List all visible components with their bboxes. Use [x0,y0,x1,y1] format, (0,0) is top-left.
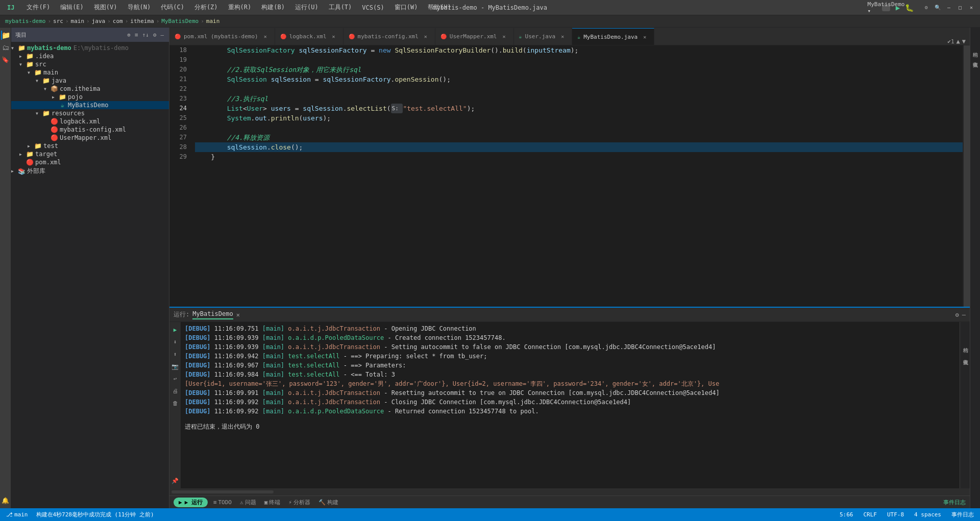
panel-pin-btn[interactable]: 📌 [170,476,180,485]
tab-user-java-close[interactable]: ✕ [558,33,567,41]
panel-print-btn[interactable]: 🖨 [170,386,180,395]
tree-item-logback[interactable]: ▶ 🔴 logback.xml [11,117,169,126]
structure-label[interactable]: 结构 [960,342,970,344]
close-button[interactable]: ✕ [968,4,975,11]
issues-btn[interactable]: ⚠ 问题 [237,498,259,507]
tab-mybatis-config[interactable]: 🔴 mybatis-config.xml ✕ [344,28,435,45]
tab-pom-close[interactable]: ✕ [261,33,270,41]
tree-item-target[interactable]: ▶ 📁 target [11,150,169,158]
menu-refactor[interactable]: 重构(R) [226,2,254,13]
editor-scrollbar[interactable] [963,45,970,307]
search-button[interactable]: 🔍 [934,4,941,11]
panel-settings-icon[interactable]: ⚙ [955,311,959,318]
sidebar-expand-icon[interactable]: ≡ [134,31,139,39]
menu-build[interactable]: 构建(B) [259,2,287,13]
panel-soft-wrap-btn[interactable]: ↩ [170,374,180,383]
profiler-btn[interactable]: ⚡ 分析器 [286,498,313,507]
project-icon[interactable]: 📁 [1,31,10,40]
bookmarks-icon[interactable]: 🔖 [1,55,10,64]
sidebar-collapse-icon[interactable]: ↑↓ [141,31,150,39]
minimize-button[interactable]: — [945,4,952,11]
tab-mybatisdemo-java[interactable]: ☕ MyBatisDemo.java ✕ [572,28,654,45]
breadcrumb-main[interactable]: main [71,18,85,24]
panel-scroll-end-btn[interactable]: ⬇ [170,337,180,346]
menu-code[interactable]: 代码(C) [159,2,186,13]
editor-chevron-down[interactable]: ▼ [962,38,966,45]
run-config-dropdown[interactable]: MyBatisDemo ▾ [882,4,890,11]
tree-item-external[interactable]: ▶ 📚 外部库 [11,166,169,176]
tree-item-root[interactable]: ▼ 📁 mybatis-demo E:\mybatis-demo [11,44,169,52]
menu-nav[interactable]: 导航(N) [126,2,153,13]
menu-tools[interactable]: 工具(T) [327,2,354,13]
sidebar-locate-icon[interactable]: ⊕ [126,31,132,39]
tab-usermapper-close[interactable]: ✕ [500,33,508,41]
tab-mybatis-config-close[interactable]: ✕ [422,33,430,41]
vcs-status[interactable]: ⎇ main [4,510,30,519]
menu-file[interactable]: 文件(F) [24,2,52,13]
indentation[interactable]: 4 spaces [912,510,943,519]
debug-button[interactable]: 🐛 [905,4,913,11]
tab-logback[interactable]: 🔴 logback.xml ✕ [275,28,344,45]
breadcrumb-com[interactable]: com [113,18,123,24]
tab-usermapper[interactable]: 🔴 UserMapper.xml ✕ [435,28,514,45]
event-log-btn[interactable]: 事件日志 [943,499,966,506]
tree-item-resources[interactable]: ▼ 📁 resources [11,109,169,117]
terminal-btn[interactable]: ▣ 终端 [262,498,283,507]
maximize-button[interactable]: □ [957,4,964,11]
breadcrumb-src[interactable]: src [53,18,63,24]
run-btn[interactable]: ▶ ▶ 运行 [174,498,208,507]
tree-item-idea[interactable]: ▶ 📁 .idea [11,52,169,60]
tree-item-java[interactable]: ▼ 📁 java [11,77,169,85]
build-status[interactable]: 构建在4秒728毫秒中成功完成 (11分钟 之前) [34,510,156,519]
run-button[interactable]: ▶ [894,4,901,11]
tree-item-test[interactable]: ▶ 📁 test [11,142,169,150]
menu-analyze[interactable]: 分析(Z) [192,2,220,13]
todo-btn[interactable]: ≡ TODO [211,499,234,506]
run-tab-name[interactable]: MyBatisDemo [192,310,233,319]
menu-window[interactable]: 窗口(W) [393,2,420,13]
code-content[interactable]: SqlSessionFactory sqlSessionFactory = ne… [190,45,963,307]
breadcrumb-itheima[interactable]: itheima [130,18,154,24]
structure-icon[interactable]: 🗂 [1,43,10,52]
build-btn[interactable]: 🔨 构建 [316,498,341,507]
sidebar-minimize-icon[interactable]: — [159,31,165,39]
panel-clear-btn[interactable]: 🗑 [170,399,180,408]
tab-user-java[interactable]: ☕ User.java ✕ [514,28,573,45]
settings-button[interactable]: ⚙ [923,4,930,11]
run-tab-close[interactable]: ✕ [236,311,240,318]
tree-item-mybatisdemo[interactable]: ▶ ☕ MyBatisDemo [11,101,169,109]
event-log[interactable]: 事件日志 [949,510,976,519]
tab-mybatisdemo-java-close[interactable]: ✕ [641,33,649,41]
charset[interactable]: UTF-8 [885,510,906,519]
panel-snapshot-btn[interactable]: 📷 [170,362,180,371]
menu-edit[interactable]: 编辑(E) [58,2,86,13]
console-scrollbar[interactable] [169,488,970,495]
tree-item-mybatis-config[interactable]: ▶ 🔴 mybatis-config.xml [11,126,169,134]
tree-item-usermapper[interactable]: ▶ 🔴 UserMapper.xml [11,134,169,142]
breadcrumb-mybatisdemo[interactable]: MyBatisDemo [161,18,199,24]
editor-chevron-up[interactable]: ▲ [957,38,960,45]
panel-run-btn[interactable]: ▶ [170,325,180,334]
cursor-position[interactable]: 5:66 [838,510,855,519]
tab-logback-close[interactable]: ✕ [330,33,338,41]
menu-view[interactable]: 视图(V) [92,2,119,13]
line-ending[interactable]: CRLF [861,510,879,519]
editor-split-icon[interactable]: ✔1 [947,38,954,45]
panel-minimize-icon[interactable]: — [962,311,966,318]
breadcrumb-mybatis-demo[interactable]: mybatis-demo [5,18,45,24]
console-output[interactable]: [DEBUG] 11:16:09.751 [main] o.a.i.t.j.Jd… [181,322,960,488]
bookmarks-label[interactable]: 收藏夹 [960,355,970,357]
breadcrumb-java[interactable]: java [92,18,106,24]
breadcrumb-method[interactable]: main [206,18,220,24]
tree-item-main[interactable]: ▼ 📁 main [11,68,169,77]
tree-item-pojo[interactable]: ▶ 📁 pojo [11,93,169,101]
panel-scroll-up-btn[interactable]: ⬆ [170,350,180,359]
tab-pom-xml[interactable]: 🔴 pom.xml (mybatis-demo) ✕ [169,28,275,45]
menu-run[interactable]: 运行(U) [293,2,321,13]
tree-item-com-itheima[interactable]: ▼ 📦 com.itheima [11,85,169,93]
sidebar-settings-icon[interactable]: ⚙ [152,31,158,39]
tree-item-src[interactable]: ▼ 📁 src [11,60,169,68]
menu-vcs[interactable]: VCS(S) [360,3,386,12]
tree-item-pom[interactable]: ▶ 🔴 pom.xml [11,158,169,166]
notifications-icon[interactable]: 🔔 [1,496,10,505]
